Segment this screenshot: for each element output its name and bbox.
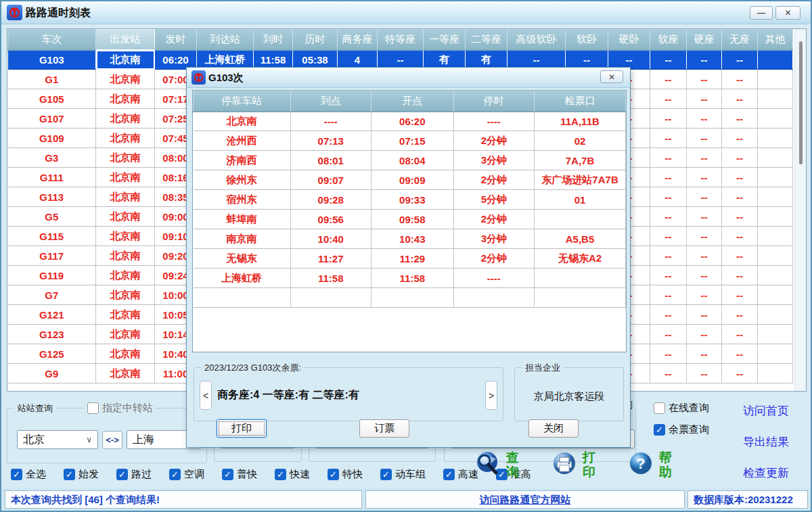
dialog-close-button[interactable]: ✕ bbox=[600, 70, 623, 83]
table-cell[interactable]: 无锡东A2 bbox=[535, 249, 626, 269]
column-header[interactable]: 车次 bbox=[8, 30, 96, 50]
column-header[interactable]: 软卧 bbox=[566, 30, 608, 50]
table-cell[interactable]: -- bbox=[650, 246, 687, 266]
table-cell[interactable]: -- bbox=[722, 50, 758, 70]
table-cell[interactable]: 7A,7B bbox=[535, 151, 626, 170]
column-header[interactable]: 硬座 bbox=[687, 30, 722, 50]
table-cell[interactable]: -- bbox=[687, 187, 722, 207]
table-row[interactable]: 徐州东09:0709:092分钟东广场进站7A7B bbox=[194, 170, 626, 190]
side-link[interactable]: 导出结果 bbox=[743, 434, 789, 450]
checkbox-row[interactable]: ✓余票查询 bbox=[654, 423, 709, 436]
checkbox[interactable]: ✓ bbox=[443, 469, 455, 480]
table-cell[interactable]: 无锡东 bbox=[194, 249, 291, 269]
table-cell[interactable]: G109 bbox=[8, 129, 96, 148]
table-cell[interactable]: -- bbox=[687, 89, 722, 109]
table-cell[interactable]: -- bbox=[687, 227, 722, 246]
column-header[interactable]: 二等座 bbox=[466, 30, 508, 50]
minimize-button[interactable]: — bbox=[750, 6, 773, 20]
table-cell[interactable]: ---- bbox=[453, 112, 535, 131]
table-cell[interactable]: 北京南 bbox=[96, 305, 155, 325]
table-cell[interactable]: 01 bbox=[535, 190, 626, 210]
column-header[interactable]: 停时 bbox=[453, 91, 535, 112]
checkbox[interactable]: ✓ bbox=[654, 424, 665, 436]
checkbox[interactable]: ✓ bbox=[328, 469, 339, 480]
table-cell[interactable]: 10:40 bbox=[290, 229, 371, 249]
table-cell[interactable]: 北京南 bbox=[96, 187, 155, 207]
column-header[interactable]: 历时 bbox=[293, 30, 338, 50]
prev-arrow-button[interactable]: < bbox=[200, 381, 212, 410]
table-cell[interactable]: 徐州东 bbox=[194, 170, 291, 190]
table-cell[interactable]: G113 bbox=[8, 187, 96, 207]
table-cell[interactable]: 北京南 bbox=[96, 246, 155, 266]
table-cell[interactable]: 11:58 bbox=[371, 269, 454, 288]
table-cell[interactable]: -- bbox=[650, 325, 687, 344]
table-cell[interactable] bbox=[758, 207, 793, 227]
query-button[interactable]: 查询 bbox=[474, 449, 521, 480]
table-cell[interactable]: -- bbox=[650, 129, 687, 148]
table-cell[interactable] bbox=[758, 285, 793, 305]
table-cell[interactable]: 09:58 bbox=[371, 210, 454, 229]
table-cell[interactable]: -- bbox=[650, 148, 687, 168]
table-cell[interactable] bbox=[758, 227, 793, 246]
table-cell[interactable]: 11:29 bbox=[371, 249, 454, 269]
table-cell[interactable]: 3分钟 bbox=[453, 151, 535, 170]
table-cell[interactable] bbox=[758, 89, 793, 109]
table-cell[interactable]: -- bbox=[722, 109, 758, 129]
checkbox-row[interactable]: ✓动车组 bbox=[380, 468, 426, 481]
column-header[interactable]: 到点 bbox=[290, 91, 371, 112]
table-cell[interactable]: -- bbox=[687, 285, 722, 305]
table-cell[interactable]: G5 bbox=[8, 207, 96, 227]
table-cell[interactable]: -- bbox=[687, 129, 722, 148]
table-cell[interactable]: 北京南 bbox=[96, 207, 155, 227]
table-cell[interactable]: G125 bbox=[8, 344, 96, 364]
dialog-close-action-button[interactable]: 关闭 bbox=[528, 419, 579, 438]
table-cell[interactable]: G107 bbox=[8, 109, 96, 129]
table-cell[interactable]: -- bbox=[687, 325, 722, 344]
book-ticket-button[interactable]: 订票 bbox=[359, 419, 409, 438]
table-cell[interactable]: 北京南 bbox=[96, 89, 155, 109]
checkbox-row[interactable]: ✓快速 bbox=[275, 468, 310, 481]
table-cell[interactable]: -- bbox=[687, 207, 722, 227]
table-cell[interactable]: -- bbox=[650, 227, 687, 246]
checkbox-row[interactable]: ✓始发 bbox=[64, 468, 99, 481]
table-cell[interactable]: 北京南 bbox=[96, 148, 155, 168]
table-cell[interactable]: -- bbox=[722, 168, 758, 187]
table-cell[interactable] bbox=[758, 129, 793, 148]
column-header[interactable]: 其他 bbox=[758, 30, 793, 50]
table-cell[interactable]: 08:04 bbox=[371, 151, 454, 170]
from-station-select[interactable]: 北京 ∨ bbox=[17, 430, 98, 449]
checkbox[interactable]: ✓ bbox=[64, 469, 75, 480]
table-cell[interactable]: -- bbox=[650, 89, 687, 109]
table-cell[interactable]: 09:07 bbox=[290, 170, 371, 190]
table-cell[interactable]: -- bbox=[650, 364, 687, 383]
table-cell[interactable] bbox=[758, 109, 793, 129]
table-row[interactable] bbox=[194, 288, 626, 308]
column-header[interactable]: 到达站 bbox=[197, 30, 254, 50]
table-cell[interactable]: -- bbox=[650, 344, 687, 364]
next-arrow-button[interactable]: > bbox=[485, 381, 497, 410]
table-cell[interactable]: G117 bbox=[8, 246, 96, 266]
table-cell[interactable]: -- bbox=[687, 70, 722, 89]
table-cell[interactable]: -- bbox=[650, 305, 687, 325]
table-cell[interactable]: 宿州东 bbox=[194, 190, 291, 210]
table-cell[interactable]: 北京南 bbox=[96, 266, 155, 285]
table-cell[interactable]: -- bbox=[687, 109, 722, 129]
table-row[interactable]: 无锡东11:2711:292分钟无锡东A2 bbox=[194, 249, 626, 269]
table-cell[interactable]: -- bbox=[687, 148, 722, 168]
table-cell[interactable]: G111 bbox=[8, 168, 96, 187]
table-cell[interactable]: -- bbox=[687, 50, 722, 70]
checkbox[interactable]: ✓ bbox=[275, 469, 286, 480]
table-row[interactable]: 南京南10:4010:433分钟A5,B5 bbox=[194, 229, 626, 249]
table-cell[interactable]: G115 bbox=[8, 227, 96, 246]
table-cell[interactable]: 11A,11B bbox=[535, 112, 626, 131]
table-cell[interactable]: 北京南 bbox=[96, 227, 155, 246]
column-header[interactable]: 软座 bbox=[650, 30, 687, 50]
checkbox-row[interactable]: ✓特快 bbox=[328, 468, 363, 481]
table-cell[interactable]: 北京南 bbox=[194, 112, 291, 131]
table-cell[interactable]: 08:01 bbox=[290, 151, 371, 170]
table-row[interactable]: 上海虹桥11:5811:58---- bbox=[194, 269, 626, 288]
status-website-link[interactable]: 访问路路通官方网站 bbox=[365, 490, 685, 509]
column-header[interactable]: 一等座 bbox=[424, 30, 466, 50]
table-cell[interactable]: -- bbox=[722, 89, 758, 109]
table-cell[interactable] bbox=[758, 344, 793, 364]
